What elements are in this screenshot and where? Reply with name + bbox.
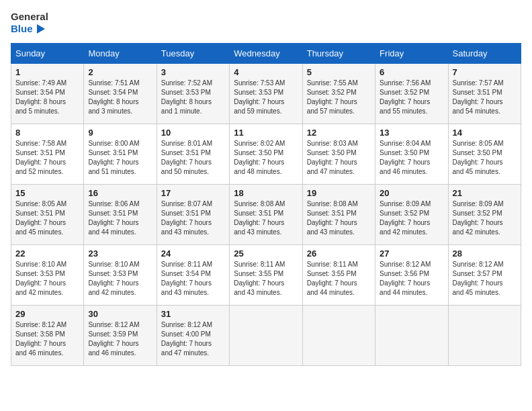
day-number: 8 [15, 128, 79, 138]
day-details: Sunrise: 8:06 AM Sunset: 3:51 PM Dayligh… [88, 199, 152, 237]
day-details: Sunrise: 8:12 AM Sunset: 3:59 PM Dayligh… [88, 320, 152, 358]
calendar-body: 1Sunrise: 7:49 AM Sunset: 3:54 PM Daylig… [11, 64, 521, 366]
calendar-cell: 26Sunrise: 8:11 AM Sunset: 3:55 PM Dayli… [302, 245, 375, 306]
day-details: Sunrise: 7:55 AM Sunset: 3:52 PM Dayligh… [307, 79, 371, 116]
day-details: Sunrise: 7:53 AM Sunset: 3:53 PM Dayligh… [234, 79, 298, 116]
day-details: Sunrise: 7:52 AM Sunset: 3:53 PM Dayligh… [161, 79, 225, 116]
calendar-cell: 11Sunrise: 8:02 AM Sunset: 3:50 PM Dayli… [230, 124, 302, 185]
day-number: 21 [453, 188, 517, 198]
calendar-cell: 2Sunrise: 7:51 AM Sunset: 3:54 PM Daylig… [84, 64, 157, 124]
day-number: 27 [380, 248, 443, 259]
calendar-week-5: 29Sunrise: 8:12 AM Sunset: 3:58 PM Dayli… [11, 306, 521, 366]
day-details: Sunrise: 8:05 AM Sunset: 3:50 PM Dayligh… [453, 139, 517, 177]
calendar-cell: 10Sunrise: 8:01 AM Sunset: 3:51 PM Dayli… [157, 124, 229, 185]
calendar-cell: 27Sunrise: 8:12 AM Sunset: 3:56 PM Dayli… [375, 245, 448, 306]
day-details: Sunrise: 8:07 AM Sunset: 3:51 PM Dayligh… [161, 199, 225, 237]
calendar-table: SundayMondayTuesdayWednesdayThursdayFrid… [11, 43, 521, 366]
day-number: 7 [453, 67, 517, 77]
day-details: Sunrise: 8:12 AM Sunset: 3:58 PM Dayligh… [15, 320, 79, 358]
calendar-cell: 12Sunrise: 8:03 AM Sunset: 3:50 PM Dayli… [302, 124, 375, 185]
day-details: Sunrise: 7:57 AM Sunset: 3:51 PM Dayligh… [453, 79, 517, 116]
day-number: 31 [161, 309, 225, 319]
day-number: 28 [453, 248, 517, 259]
calendar-cell: 14Sunrise: 8:05 AM Sunset: 3:50 PM Dayli… [448, 124, 521, 185]
day-number: 6 [380, 67, 443, 77]
calendar-week-1: 1Sunrise: 7:49 AM Sunset: 3:54 PM Daylig… [11, 64, 521, 124]
calendar-cell: 17Sunrise: 8:07 AM Sunset: 3:51 PM Dayli… [157, 185, 229, 245]
day-details: Sunrise: 8:11 AM Sunset: 3:55 PM Dayligh… [307, 260, 371, 298]
header-day-wednesday: Wednesday [230, 44, 302, 64]
day-number: 16 [88, 188, 152, 198]
calendar-cell: 25Sunrise: 8:11 AM Sunset: 3:55 PM Dayli… [230, 245, 302, 306]
day-details: Sunrise: 8:03 AM Sunset: 3:50 PM Dayligh… [307, 139, 371, 177]
calendar-week-4: 22Sunrise: 8:10 AM Sunset: 3:53 PM Dayli… [11, 245, 521, 306]
day-number: 20 [380, 188, 443, 198]
header-day-friday: Friday [375, 44, 448, 64]
day-number: 23 [88, 248, 152, 259]
day-details: Sunrise: 8:10 AM Sunset: 3:53 PM Dayligh… [15, 260, 79, 298]
day-details: Sunrise: 8:12 AM Sunset: 4:00 PM Dayligh… [161, 320, 225, 358]
page-header: General Blue [11, 11, 521, 35]
day-details: Sunrise: 7:49 AM Sunset: 3:54 PM Dayligh… [15, 79, 79, 116]
calendar-cell: 16Sunrise: 8:06 AM Sunset: 3:51 PM Dayli… [84, 185, 157, 245]
calendar-cell [448, 306, 521, 366]
day-number: 19 [307, 188, 371, 198]
header-day-thursday: Thursday [302, 44, 375, 64]
day-number: 17 [161, 188, 225, 198]
calendar-week-3: 15Sunrise: 8:05 AM Sunset: 3:51 PM Dayli… [11, 185, 521, 245]
day-number: 2 [88, 67, 152, 77]
day-details: Sunrise: 8:09 AM Sunset: 3:52 PM Dayligh… [453, 199, 517, 237]
calendar-cell: 8Sunrise: 7:58 AM Sunset: 3:51 PM Daylig… [11, 124, 84, 185]
day-details: Sunrise: 8:05 AM Sunset: 3:51 PM Dayligh… [15, 199, 79, 237]
calendar-cell: 5Sunrise: 7:55 AM Sunset: 3:52 PM Daylig… [302, 64, 375, 124]
day-number: 15 [15, 188, 79, 198]
svg-marker-0 [37, 24, 45, 34]
day-number: 29 [15, 309, 79, 319]
day-number: 26 [307, 248, 371, 259]
calendar-cell [302, 306, 375, 366]
calendar-cell: 21Sunrise: 8:09 AM Sunset: 3:52 PM Dayli… [448, 185, 521, 245]
day-number: 4 [234, 67, 298, 77]
day-details: Sunrise: 7:56 AM Sunset: 3:52 PM Dayligh… [380, 79, 443, 116]
day-number: 30 [88, 309, 152, 319]
day-number: 9 [88, 128, 152, 138]
calendar-cell: 9Sunrise: 8:00 AM Sunset: 3:51 PM Daylig… [84, 124, 157, 185]
day-details: Sunrise: 8:01 AM Sunset: 3:51 PM Dayligh… [161, 139, 225, 177]
calendar-cell: 23Sunrise: 8:10 AM Sunset: 3:53 PM Dayli… [84, 245, 157, 306]
day-number: 13 [380, 128, 443, 138]
day-number: 11 [234, 128, 298, 138]
day-number: 12 [307, 128, 371, 138]
calendar-cell: 31Sunrise: 8:12 AM Sunset: 4:00 PM Dayli… [157, 306, 229, 366]
day-number: 3 [161, 67, 225, 77]
calendar-cell: 15Sunrise: 8:05 AM Sunset: 3:51 PM Dayli… [11, 185, 84, 245]
day-number: 25 [234, 248, 298, 259]
day-details: Sunrise: 8:00 AM Sunset: 3:51 PM Dayligh… [88, 139, 152, 177]
calendar-cell [375, 306, 448, 366]
blue-logo-icon [34, 23, 46, 35]
header-day-monday: Monday [84, 44, 157, 64]
day-number: 10 [161, 128, 225, 138]
day-details: Sunrise: 7:51 AM Sunset: 3:54 PM Dayligh… [88, 79, 152, 116]
day-details: Sunrise: 8:10 AM Sunset: 3:53 PM Dayligh… [88, 260, 152, 298]
calendar-cell: 30Sunrise: 8:12 AM Sunset: 3:59 PM Dayli… [84, 306, 157, 366]
day-number: 18 [234, 188, 298, 198]
day-details: Sunrise: 8:09 AM Sunset: 3:52 PM Dayligh… [380, 199, 443, 237]
calendar-cell: 20Sunrise: 8:09 AM Sunset: 3:52 PM Dayli… [375, 185, 448, 245]
day-details: Sunrise: 8:11 AM Sunset: 3:54 PM Dayligh… [161, 260, 225, 298]
day-number: 1 [15, 67, 79, 77]
header-day-sunday: Sunday [11, 44, 84, 64]
day-details: Sunrise: 8:12 AM Sunset: 3:56 PM Dayligh… [380, 260, 443, 298]
calendar-cell: 24Sunrise: 8:11 AM Sunset: 3:54 PM Dayli… [157, 245, 229, 306]
day-number: 14 [453, 128, 517, 138]
day-details: Sunrise: 8:08 AM Sunset: 3:51 PM Dayligh… [307, 199, 371, 237]
day-details: Sunrise: 7:58 AM Sunset: 3:51 PM Dayligh… [15, 139, 79, 177]
logo: General Blue [11, 11, 48, 35]
header-day-tuesday: Tuesday [157, 44, 229, 64]
calendar-cell: 22Sunrise: 8:10 AM Sunset: 3:53 PM Dayli… [11, 245, 84, 306]
day-number: 24 [161, 248, 225, 259]
day-details: Sunrise: 8:04 AM Sunset: 3:50 PM Dayligh… [380, 139, 443, 177]
day-number: 22 [15, 248, 79, 259]
day-details: Sunrise: 8:08 AM Sunset: 3:51 PM Dayligh… [234, 199, 298, 237]
calendar-cell: 3Sunrise: 7:52 AM Sunset: 3:53 PM Daylig… [157, 64, 229, 124]
calendar-cell: 13Sunrise: 8:04 AM Sunset: 3:50 PM Dayli… [375, 124, 448, 185]
